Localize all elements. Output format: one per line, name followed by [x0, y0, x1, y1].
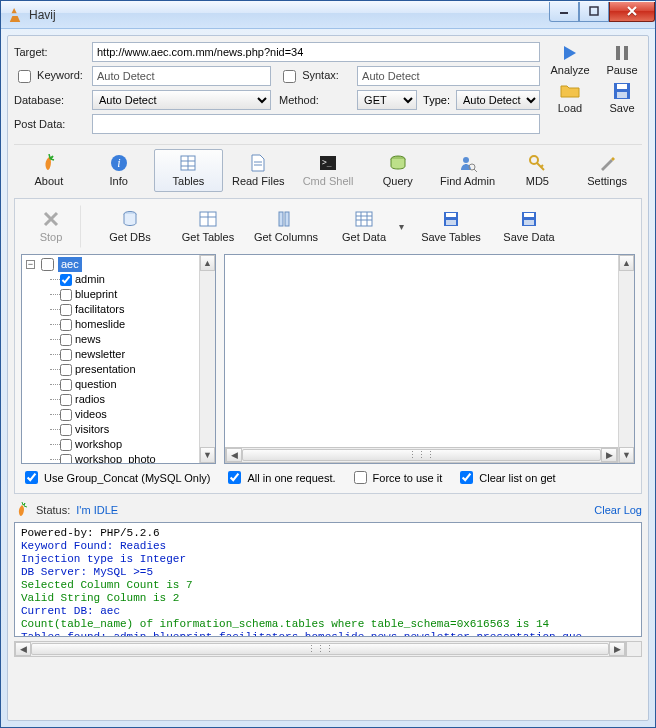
- scroll-left-icon[interactable]: ◀: [15, 642, 31, 656]
- log-hscroll[interactable]: ◀ ⋮⋮⋮ ▶: [14, 641, 642, 657]
- svg-rect-39: [524, 213, 534, 217]
- tree-item-checkbox[interactable]: [60, 409, 72, 421]
- keyword-input[interactable]: [92, 66, 271, 86]
- stop-button[interactable]: Stop: [21, 205, 81, 248]
- svg-rect-37: [446, 220, 456, 225]
- tree-item-checkbox[interactable]: [60, 364, 72, 376]
- savedata-button[interactable]: Save Data: [490, 205, 568, 248]
- data-scrollbar[interactable]: ▲ ▼: [618, 255, 634, 463]
- tree-item[interactable]: homeslide: [50, 317, 213, 332]
- close-button[interactable]: [609, 2, 655, 22]
- tab-info[interactable]: iInfo: [84, 149, 154, 192]
- getdata-button[interactable]: Get Data: [325, 205, 403, 248]
- clear-log-link[interactable]: Clear Log: [594, 504, 642, 516]
- tree-item-checkbox[interactable]: [60, 319, 72, 331]
- tree-item[interactable]: presentation: [50, 362, 213, 377]
- getdbs-button[interactable]: Get DBs: [91, 205, 169, 248]
- tree-item[interactable]: facilitators: [50, 302, 213, 317]
- tree-item-checkbox[interactable]: [60, 439, 72, 451]
- tab-tables[interactable]: Tables: [154, 149, 224, 192]
- user-search-icon: [458, 153, 478, 173]
- tree-item-checkbox[interactable]: [60, 394, 72, 406]
- tab-query[interactable]: Query: [363, 149, 433, 192]
- scroll-right-icon[interactable]: ▶: [609, 642, 625, 656]
- tree-item-label: newsletter: [75, 347, 125, 362]
- tree-item-checkbox[interactable]: [60, 424, 72, 436]
- tree-item-checkbox[interactable]: [60, 304, 72, 316]
- tree-item[interactable]: blueprint: [50, 287, 213, 302]
- tab-readfiles[interactable]: Read Files: [223, 149, 293, 192]
- minimize-button[interactable]: [549, 2, 579, 22]
- getdata-dropdown[interactable]: ▾: [399, 221, 404, 232]
- method-select[interactable]: GET: [357, 90, 417, 110]
- svg-rect-28: [279, 212, 283, 226]
- syntax-checkbox[interactable]: [283, 70, 296, 83]
- svg-rect-0: [560, 12, 568, 14]
- floppy-icon: [519, 209, 539, 229]
- stop-icon: [41, 209, 61, 229]
- analyze-button[interactable]: Analyze: [550, 42, 590, 76]
- tree-item[interactable]: videos: [50, 407, 213, 422]
- tree-item[interactable]: newsletter: [50, 347, 213, 362]
- tree-item-checkbox[interactable]: [60, 274, 72, 286]
- tree-item-checkbox[interactable]: [60, 454, 72, 464]
- type-select[interactable]: Auto Detect: [456, 90, 540, 110]
- force-option[interactable]: Force to use it: [350, 468, 443, 487]
- db-root-label[interactable]: aec: [58, 257, 82, 272]
- resize-grip[interactable]: [626, 641, 642, 657]
- savetables-button[interactable]: Save Tables: [412, 205, 490, 248]
- tree-item[interactable]: workshop: [50, 437, 213, 452]
- target-input[interactable]: [92, 42, 540, 62]
- tree-item-label: visitors: [75, 422, 109, 437]
- tab-md5[interactable]: MD5: [502, 149, 572, 192]
- query-icon: [388, 153, 408, 173]
- tree-scrollbar[interactable]: ▲ ▼: [199, 255, 215, 463]
- scroll-down-icon[interactable]: ▼: [619, 447, 634, 463]
- tab-findadmin[interactable]: Find Admin: [433, 149, 503, 192]
- scroll-right-icon[interactable]: ▶: [601, 448, 617, 462]
- database-select[interactable]: Auto Detect: [92, 90, 271, 110]
- tab-settings[interactable]: Settings: [572, 149, 642, 192]
- tree-item[interactable]: news: [50, 332, 213, 347]
- log-output[interactable]: Powered-by: PHP/5.2.6Keyword Found: Read…: [14, 522, 642, 637]
- scroll-up-icon[interactable]: ▲: [619, 255, 634, 271]
- syntax-input[interactable]: [357, 66, 540, 86]
- tab-cmdshell[interactable]: >_Cmd Shell: [293, 149, 363, 192]
- load-button[interactable]: Load: [550, 80, 590, 114]
- tree-item[interactable]: question: [50, 377, 213, 392]
- tables-toolbar: Stop Get DBs Get Tables Get Columns Get …: [21, 205, 635, 248]
- tree-item-checkbox[interactable]: [60, 289, 72, 301]
- getcolumns-button[interactable]: Get Columns: [247, 205, 325, 248]
- scroll-up-icon[interactable]: ▲: [200, 255, 215, 271]
- tab-about[interactable]: About: [14, 149, 84, 192]
- keyword-checkbox[interactable]: [18, 70, 31, 83]
- tree-item[interactable]: workshop_photo: [50, 452, 213, 463]
- maximize-button[interactable]: [579, 2, 609, 22]
- tree-item-checkbox[interactable]: [60, 334, 72, 346]
- tree-root[interactable]: − aec: [26, 257, 213, 272]
- data-hscroll[interactable]: ◀ ⋮⋮⋮ ▶: [225, 447, 618, 463]
- clear-list-option[interactable]: Clear list on get: [456, 468, 555, 487]
- save-button[interactable]: Save: [602, 80, 642, 114]
- play-icon: [559, 42, 581, 64]
- pause-button[interactable]: Pause: [602, 42, 642, 76]
- tree-item[interactable]: visitors: [50, 422, 213, 437]
- db-root-checkbox[interactable]: [41, 258, 54, 271]
- tree-item-checkbox[interactable]: [60, 379, 72, 391]
- scroll-down-icon[interactable]: ▼: [200, 447, 215, 463]
- postdata-input[interactable]: [92, 114, 540, 134]
- scroll-left-icon[interactable]: ◀: [226, 448, 242, 462]
- tree-item-checkbox[interactable]: [60, 349, 72, 361]
- db-tree[interactable]: − aec adminblueprintfacilitatorshomeslid…: [22, 255, 215, 463]
- svg-line-20: [474, 169, 477, 172]
- svg-rect-30: [356, 212, 372, 226]
- type-label: Type:: [423, 94, 450, 106]
- tree-item[interactable]: admin: [50, 272, 213, 287]
- tree-item[interactable]: radios: [50, 392, 213, 407]
- all-in-one-option[interactable]: All in one request.: [224, 468, 335, 487]
- gettables-button[interactable]: Get Tables: [169, 205, 247, 248]
- group-concat-option[interactable]: Use Group_Concat (MySQL Only): [21, 468, 210, 487]
- floppy-icon: [611, 80, 633, 102]
- key-icon: [527, 153, 547, 173]
- tools-icon: [597, 153, 617, 173]
